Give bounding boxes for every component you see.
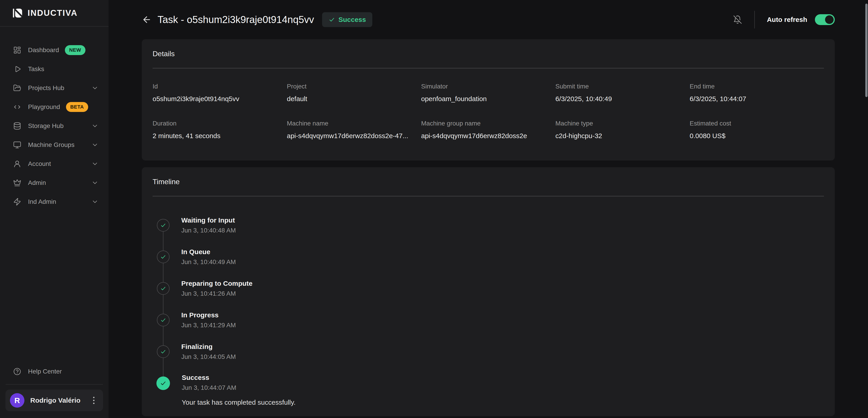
step-time: Jun 3, 10:44:07 AM [182, 384, 296, 391]
page-header: Task - o5shum2i3k9raje0t914nq5vv Success… [142, 0, 835, 39]
step-check-circle [157, 282, 169, 295]
sidebar-item-dashboard[interactable]: Dashboard NEW [0, 41, 108, 60]
step-time: Jun 3, 10:41:26 AM [181, 290, 252, 297]
field-label: Estimated cost [690, 120, 824, 127]
chevron-down-icon [91, 179, 98, 186]
field-id: Id o5shum2i3k9raje0t914nq5vv [153, 83, 287, 103]
sidebar-item-account[interactable]: Account [0, 154, 108, 173]
user-menu-kebab-icon[interactable] [91, 395, 96, 406]
toggle-knob [825, 15, 834, 24]
step-title: Finalizing [181, 343, 236, 350]
field-label: Machine name [287, 120, 421, 127]
field-label: Id [153, 83, 287, 90]
chevron-down-icon [91, 84, 98, 92]
timeline-card: Timeline Waiting for Input Jun 3, 10:40:… [142, 167, 835, 416]
field-label: Machine type [555, 120, 690, 127]
field-submit-time: Submit time 6/3/2025, 10:40:49 [555, 83, 690, 103]
user-menu[interactable]: R Rodrigo Valério [5, 390, 103, 411]
status-badge: Success [322, 12, 372, 27]
check-icon [160, 317, 166, 323]
user-name: Rodrigo Valério [30, 396, 81, 404]
timeline-step-in-progress: In Progress Jun 3, 10:41:29 AM [157, 304, 824, 336]
machine-group-link[interactable]: api-s4dqvqymw17d6erwz82doss2e [421, 132, 527, 140]
help-circle-icon [13, 368, 21, 376]
timeline-title: Timeline [142, 167, 835, 186]
logo-text: INDUCTIVA [28, 8, 78, 18]
sidebar-footer-divider [6, 384, 103, 385]
chevron-down-icon [91, 198, 98, 205]
field-project: Project default [287, 83, 421, 103]
sidebar-item-help-center[interactable]: Help Center [0, 362, 108, 381]
sidebar-item-label: Machine Groups [28, 141, 74, 149]
sidebar-item-projects-hub[interactable]: Projects Hub [0, 78, 108, 98]
auto-refresh-toggle[interactable] [815, 14, 835, 25]
dashboard-icon [13, 46, 21, 54]
details-grid: Id o5shum2i3k9raje0t914nq5vv Project def… [142, 68, 835, 161]
sidebar-item-label: Dashboard [28, 46, 59, 54]
field-duration: Duration 2 minutes, 41 seconds [153, 120, 287, 141]
field-value: openfoam_foundation [421, 95, 555, 103]
step-check-circle [157, 250, 169, 263]
beta-badge: BETA [66, 102, 88, 112]
back-button[interactable] [142, 15, 152, 25]
field-end-time: End time 6/3/2025, 10:44:07 [690, 83, 824, 103]
field-estimated-cost: Estimated cost 0.0080 US$ [690, 120, 824, 141]
check-icon [160, 380, 166, 387]
field-value: o5shum2i3k9raje0t914nq5vv [153, 95, 287, 103]
lightning-icon [13, 198, 21, 206]
field-simulator: Simulator openfoam_foundation [421, 83, 555, 103]
details-card: Details Id o5shum2i3k9raje0t914nq5vv Pro… [142, 39, 835, 161]
sidebar-item-storage-hub[interactable]: Storage Hub [0, 116, 108, 135]
user-icon [13, 160, 21, 168]
check-icon [329, 16, 335, 23]
timeline-step-preparing-to-compute: Preparing to Compute Jun 3, 10:41:26 AM [157, 273, 824, 304]
sidebar-item-label: Projects Hub [28, 84, 64, 92]
sidebar-item-playground[interactable]: Playground BETA [0, 98, 108, 116]
sidebar-item-label: Tasks [28, 65, 44, 73]
field-value: 6/3/2025, 10:44:07 [690, 95, 824, 103]
avatar: R [10, 393, 24, 408]
sidebar-item-tasks[interactable]: Tasks [0, 60, 108, 78]
field-label: Submit time [555, 83, 690, 90]
timeline-step-waiting-for-input: Waiting for Input Jun 3, 10:40:48 AM [157, 209, 824, 241]
check-icon [160, 222, 166, 229]
sidebar-item-machine-groups[interactable]: Machine Groups [0, 135, 108, 154]
field-label: Simulator [421, 83, 555, 90]
sidebar-nav: Dashboard NEW Tasks Projects Hub Playgro… [0, 27, 108, 211]
step-title: Success [182, 374, 296, 381]
sidebar-logo[interactable]: INDUCTIVA [0, 0, 108, 27]
field-machine-type: Machine type c2d-highcpu-32 [555, 120, 690, 141]
code-icon [13, 103, 21, 111]
sidebar-spacer [0, 211, 108, 362]
sidebar-item-label: Admin [28, 179, 46, 187]
chevron-down-icon [91, 160, 98, 168]
timeline-step-success: Success Jun 3, 10:44:07 AM Your task has… [157, 368, 824, 411]
main-content: Task - o5shum2i3k9raje0t914nq5vv Success… [108, 0, 868, 418]
step-time: Jun 3, 10:44:05 AM [181, 353, 236, 360]
database-icon [13, 122, 21, 130]
step-time: Jun 3, 10:40:49 AM [181, 258, 236, 266]
step-time: Jun 3, 10:40:48 AM [181, 227, 236, 234]
inductiva-logo-icon [13, 8, 23, 18]
scrollbar-thumb[interactable] [865, 4, 868, 97]
app-root: INDUCTIVA Dashboard NEW Tasks Projects H… [0, 0, 868, 418]
check-icon [160, 348, 166, 355]
step-title: In Queue [181, 248, 236, 256]
field-label: Project [287, 83, 421, 90]
sidebar-item-admin[interactable]: Admin [0, 173, 108, 192]
notifications-off-icon[interactable] [733, 15, 742, 24]
field-machine-group-name: Machine group name api-s4dqvqymw17d6erwz… [421, 120, 555, 141]
step-time: Jun 3, 10:41:29 AM [181, 322, 236, 329]
header-actions: Auto refresh [733, 11, 835, 28]
field-value: 2 minutes, 41 seconds [153, 132, 287, 140]
timeline-step-finalizing: Finalizing Jun 3, 10:44:05 AM [157, 336, 824, 368]
step-check-circle-filled [156, 377, 170, 390]
auto-refresh-label: Auto refresh [767, 16, 807, 24]
chevron-down-icon [91, 141, 98, 148]
step-check-circle [157, 314, 169, 326]
field-label: Duration [153, 120, 287, 127]
check-icon [160, 285, 166, 291]
sidebar-item-ind-admin[interactable]: Ind Admin [0, 192, 108, 211]
tasks-icon [13, 65, 21, 73]
sidebar-item-label: Ind Admin [28, 198, 56, 206]
